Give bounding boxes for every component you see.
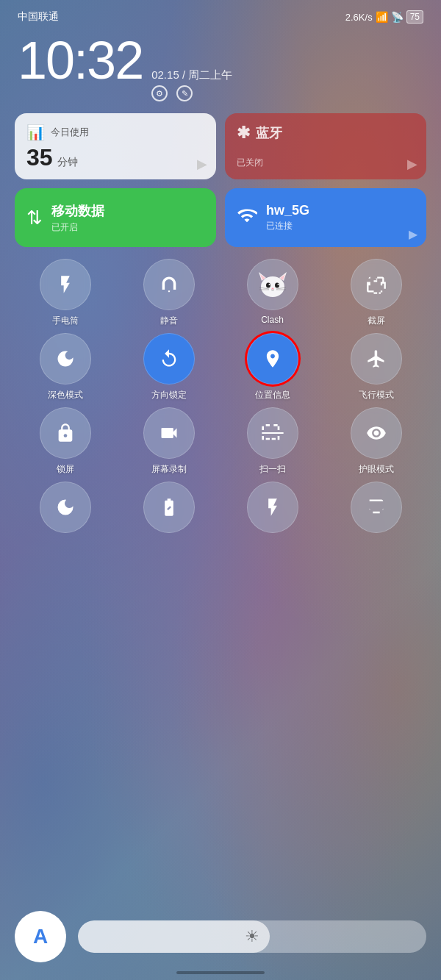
- clock-time: 10:32: [18, 34, 143, 87]
- clash-item[interactable]: Clash: [222, 259, 323, 327]
- location-label: 位置信息: [255, 389, 290, 401]
- display-icon-circle: [351, 482, 402, 533]
- wifi-corner-icon: ▶: [409, 227, 417, 241]
- usage-icon: 📊: [26, 124, 45, 141]
- moon-item[interactable]: [15, 482, 115, 537]
- bluetooth-card[interactable]: ✱ 蓝牙 已关闭 ▶: [225, 113, 426, 179]
- clock-meta: 02.15 / 周二上午 ⚙ ✎: [151, 68, 232, 101]
- eyeprotect-icon-circle: [351, 407, 402, 459]
- usage-title-row: 📊 今日使用: [26, 124, 204, 141]
- clock-date: 02.15 / 周二上午: [151, 68, 232, 82]
- lockscreen-item[interactable]: 锁屏: [15, 407, 115, 476]
- brightness-fill: [78, 920, 270, 953]
- svg-point-0: [261, 276, 284, 297]
- usage-label: 今日使用: [51, 126, 89, 139]
- lockscreen-label: 锁屏: [57, 463, 74, 476]
- wifi-toggle-icon: [237, 205, 257, 231]
- cards-row: 📊 今日使用 35 分钟 ▶ ✱ 蓝牙 已关闭 ▶: [15, 113, 426, 179]
- bt-icon: ✱: [237, 124, 250, 143]
- clock-area: 10:32 02.15 / 周二上午 ⚙ ✎: [15, 28, 426, 113]
- rotation-label: 方向锁定: [151, 389, 187, 401]
- scan-label: 扫一扫: [259, 463, 286, 476]
- flash-icon-circle: [247, 482, 298, 533]
- mobile-icon: ⇅: [26, 207, 43, 229]
- battery-value: 75: [410, 12, 420, 22]
- wifi-info: hw_5G 已连接: [266, 203, 309, 232]
- mobile-data-toggle[interactable]: ⇅ 移动数据 已开启: [15, 188, 216, 247]
- bt-title-row: ✱ 蓝牙: [237, 124, 415, 143]
- location-item[interactable]: 位置信息: [222, 333, 323, 401]
- airplane-label: 飞行模式: [359, 389, 394, 401]
- mobile-status: 已开启: [51, 221, 104, 234]
- rotation-icon-circle: [143, 333, 195, 385]
- brightness-icon: ☀: [245, 927, 259, 946]
- silent-item[interactable]: 静音: [118, 259, 219, 327]
- signal-icon: 📶: [376, 11, 388, 23]
- battery-indicator: 75: [406, 10, 423, 24]
- bt-status: 已关闭: [237, 157, 415, 169]
- icon-row-2: 深色模式 方向锁定 位置信息 飞行模式: [15, 333, 426, 401]
- wifi-status: 已连接: [266, 220, 309, 232]
- screenrecord-item[interactable]: 屏幕录制: [118, 407, 219, 476]
- toggle-row: ⇅ 移动数据 已开启 hw_5G 已连接 ▶: [15, 188, 426, 247]
- airplane-icon-circle: [351, 333, 402, 385]
- brightness-slider[interactable]: ☀: [78, 920, 426, 953]
- flashlight-icon-circle: [40, 259, 91, 310]
- font-size-button[interactable]: A: [15, 911, 66, 962]
- scan-item[interactable]: 扫一扫: [222, 407, 323, 476]
- screenrecord-label: 屏幕录制: [151, 463, 187, 476]
- mobile-info: 移动数据 已开启: [51, 202, 104, 234]
- location-icon-circle: [247, 333, 298, 385]
- mobile-label: 移动数据: [51, 202, 104, 220]
- battery-saver-icon-circle: [143, 482, 195, 533]
- darkmode-label: 深色模式: [48, 389, 83, 401]
- usage-value: 35: [26, 144, 53, 171]
- usage-unit: 分钟: [57, 156, 78, 168]
- flashlight-item[interactable]: 手电筒: [15, 259, 115, 327]
- clock-edit-icon[interactable]: ✎: [176, 85, 193, 101]
- clock-icons: ⚙ ✎: [151, 85, 232, 101]
- wifi-label: hw_5G: [266, 203, 309, 218]
- battery-saver-item[interactable]: [118, 482, 219, 537]
- icon-row-4: [15, 482, 426, 537]
- carrier-label: 中国联通: [18, 10, 59, 24]
- rotation-item[interactable]: 方向锁定: [118, 333, 219, 401]
- wifi-toggle[interactable]: hw_5G 已连接 ▶: [225, 188, 426, 247]
- clash-icon-circle: [247, 259, 298, 310]
- bt-label: 蓝牙: [256, 124, 282, 142]
- silent-icon-circle: [143, 259, 195, 310]
- wifi-icon: 📡: [391, 11, 404, 23]
- screenrecord-icon-circle: [143, 407, 195, 459]
- flash-item[interactable]: [222, 482, 323, 537]
- airplane-item[interactable]: 飞行模式: [326, 333, 426, 401]
- icon-row-1: 手电筒 静音: [15, 259, 426, 327]
- svg-point-7: [268, 284, 270, 285]
- eyeprotect-item[interactable]: 护眼模式: [326, 407, 426, 476]
- bottom-bar: A ☀: [15, 902, 426, 980]
- clock-settings-icon[interactable]: ⚙: [151, 85, 168, 101]
- svg-point-6: [275, 283, 279, 288]
- usage-value-row: 35 分钟: [26, 146, 204, 169]
- screenshot-item[interactable]: 截屏: [326, 259, 426, 327]
- moon-icon-circle: [40, 482, 91, 533]
- usage-corner-icon: ▶: [197, 156, 207, 172]
- svg-point-8: [277, 284, 279, 285]
- status-bar: 中国联通 2.6K/s 📶 📡 75: [15, 0, 426, 28]
- flashlight-label: 手电筒: [52, 315, 79, 327]
- screenshot-label: 截屏: [368, 315, 385, 327]
- scan-icon-circle: [247, 407, 298, 459]
- svg-point-5: [266, 283, 270, 288]
- usage-card[interactable]: 📊 今日使用 35 分钟 ▶: [15, 113, 216, 179]
- status-right: 2.6K/s 📶 📡 75: [345, 10, 423, 24]
- screenshot-icon-circle: [351, 259, 402, 310]
- darkmode-item[interactable]: 深色模式: [15, 333, 115, 401]
- font-label: A: [33, 925, 48, 948]
- clash-label: Clash: [261, 315, 284, 325]
- network-speed: 2.6K/s: [345, 12, 373, 23]
- icon-row-3: 锁屏 屏幕录制 扫一扫: [15, 407, 426, 476]
- bt-corner-icon: ▶: [407, 156, 417, 172]
- silent-label: 静音: [160, 315, 178, 327]
- darkmode-icon-circle: [40, 333, 91, 385]
- eyeprotect-label: 护眼模式: [359, 463, 394, 476]
- display-item[interactable]: [326, 482, 426, 537]
